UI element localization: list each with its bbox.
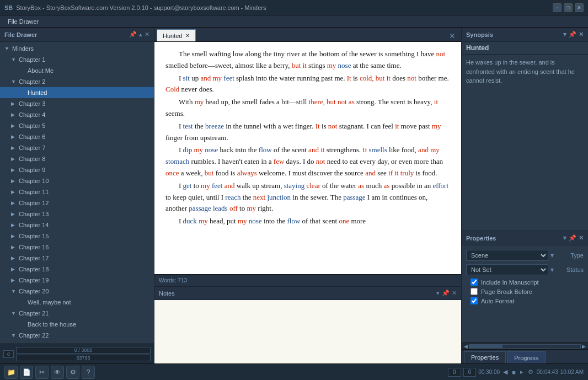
- editor-tab-label: Hunted: [163, 33, 182, 39]
- scrollbar-left-arrow[interactable]: ◀: [463, 344, 469, 349]
- tree-label-ch11: Chapter 11: [19, 189, 49, 195]
- tab-progress[interactable]: Progress: [507, 351, 546, 363]
- include-manuscript-checkbox[interactable]: [471, 279, 478, 286]
- file-drawer-close-icon[interactable]: ✕: [145, 31, 149, 38]
- properties-content: Scene ▾ Type Not Set ▾ Status Include In…: [462, 245, 588, 342]
- open-folder-button[interactable]: 📁: [4, 366, 18, 379]
- tree-label-back-to-house: Back to the house: [28, 321, 76, 328]
- tree-item-ch4[interactable]: ▶Chapter 4: [0, 109, 154, 120]
- synopsis-chevron-icon[interactable]: ▾: [563, 31, 566, 38]
- tree-item-ch5[interactable]: ▶Chapter 5: [0, 120, 154, 131]
- maximize-button[interactable]: □: [564, 3, 573, 12]
- scrollbar-right-arrow[interactable]: ▶: [581, 344, 587, 349]
- tree-item-back-to-house[interactable]: Back to the house: [0, 319, 154, 330]
- synopsis-header-title: Synopsis: [466, 31, 493, 38]
- tree-item-ch18[interactable]: ▶Chapter 18: [0, 264, 154, 275]
- tree-label-ch10: Chapter 10: [19, 178, 49, 184]
- notes-close-icon[interactable]: ✕: [452, 290, 457, 297]
- tree-label-ch19: Chapter 19: [19, 277, 49, 283]
- menubar: File Drawer: [0, 15, 588, 28]
- close-button[interactable]: ✕: [575, 3, 584, 12]
- tree-item-ch22[interactable]: ▼Chapter 22: [0, 330, 154, 341]
- editor-tab-hunted[interactable]: Hunted ✕: [157, 29, 196, 41]
- file-drawer: File Drawer 📌 ▴ ✕ ▼Minders▼Chapter 1Abou…: [0, 28, 154, 363]
- menu-file-drawer[interactable]: File Drawer: [3, 17, 43, 26]
- tree-arrow-ch7: ▶: [11, 145, 18, 151]
- help-button[interactable]: ?: [82, 366, 95, 379]
- tree-item-ch3[interactable]: ▶Chapter 3: [0, 98, 154, 109]
- tree-arrow-ch3: ▶: [11, 101, 18, 106]
- editor-content[interactable]: The smell wafting low along the tiny riv…: [154, 42, 461, 274]
- eye-button[interactable]: 👁: [51, 366, 64, 379]
- file-drawer-up-icon[interactable]: ▴: [139, 31, 142, 38]
- properties-pin-icon[interactable]: 📌: [569, 234, 576, 242]
- editor-panel-close-button[interactable]: ✕: [446, 31, 459, 40]
- tree-item-ch8[interactable]: ▶Chapter 8: [0, 153, 154, 164]
- horizontal-scrollbar[interactable]: [469, 344, 581, 349]
- page-break-checkbox[interactable]: [471, 288, 478, 295]
- tree-item-ch17[interactable]: ▶Chapter 17: [0, 253, 154, 264]
- synopsis-pin-icon[interactable]: 📌: [569, 31, 576, 38]
- tree-item-ch15[interactable]: ▶Chapter 15: [0, 231, 154, 242]
- tree-item-ch21[interactable]: ▼Chapter 21: [0, 308, 154, 319]
- tree-item-ch6[interactable]: ▶Chapter 6: [0, 131, 154, 142]
- minimize-button[interactable]: −: [553, 3, 562, 12]
- tree-label-ch21: Chapter 21: [19, 310, 49, 317]
- tree-item-ch9[interactable]: ▶Chapter 9: [0, 164, 154, 175]
- editor-tab-close-icon[interactable]: ✕: [185, 33, 190, 39]
- tree-item-about-me[interactable]: About Me: [0, 65, 154, 76]
- transport-settings-icon[interactable]: ⚙: [527, 368, 534, 376]
- tree-item-ch12[interactable]: ▶Chapter 12: [0, 197, 154, 208]
- right-panel: Synopsis ▾ 📌 ✕ Hunted He wakes up in the…: [461, 28, 588, 363]
- editor-paragraph: I sit up and my feet splash into the wat…: [165, 73, 450, 96]
- tree-item-ch1[interactable]: ▼Chapter 1: [0, 54, 154, 65]
- tree-item-hunted[interactable]: Hunted: [0, 87, 154, 98]
- help-icon: ?: [87, 368, 90, 376]
- tree-item-ch13[interactable]: ▶Chapter 13: [0, 208, 154, 220]
- tree-label-minders: Minders: [12, 45, 34, 52]
- tree-label-ch2: Chapter 2: [19, 78, 45, 85]
- auto-format-checkbox[interactable]: [471, 297, 478, 304]
- properties-close-icon[interactable]: ✕: [579, 234, 584, 242]
- properties-chevron-icon[interactable]: ▾: [563, 234, 566, 242]
- tree-arrow-ch17: ▶: [11, 255, 18, 261]
- file-drawer-pin-icon[interactable]: 📌: [129, 31, 137, 38]
- editor-paragraph: I test the breeze in the tunnel with a w…: [165, 121, 450, 144]
- synopsis-panel: Synopsis ▾ 📌 ✕ Hunted He wakes up in the…: [462, 28, 588, 231]
- page-break-row: Page Break Before: [466, 288, 584, 295]
- tree-item-well-maybe[interactable]: Well, maybe not: [0, 297, 154, 308]
- notes-pin-icon[interactable]: 📌: [442, 290, 450, 297]
- time-elapsed: 00:30:00: [478, 369, 500, 375]
- new-doc-button[interactable]: 📄: [20, 366, 33, 379]
- synopsis-text[interactable]: He wakes up in the sewer, and is confron…: [462, 55, 588, 231]
- tree-item-ch7[interactable]: ▶Chapter 7: [0, 142, 154, 153]
- tree-arrow-ch10: ▶: [11, 178, 18, 184]
- tree-item-minders[interactable]: ▼Minders: [0, 43, 154, 54]
- transport-prev-button[interactable]: ◀: [502, 368, 509, 376]
- tree-item-ch20[interactable]: ▼Chapter 20: [0, 286, 154, 297]
- tree-label-ch6: Chapter 6: [19, 133, 45, 140]
- tree-item-ch10[interactable]: ▶Chapter 10: [0, 175, 154, 186]
- tree-item-ch16[interactable]: ▶Chapter 16: [0, 242, 154, 253]
- open-folder-icon: 📁: [7, 368, 15, 376]
- tree-item-ch11[interactable]: ▶Chapter 11: [0, 186, 154, 197]
- notes-chevron-icon[interactable]: ▾: [436, 290, 440, 297]
- tab-progress-label: Progress: [514, 355, 538, 361]
- scissors-button[interactable]: ✂: [35, 366, 49, 379]
- tree-item-ch19[interactable]: ▶Chapter 19: [0, 275, 154, 286]
- scissors-icon: ✂: [39, 368, 45, 376]
- settings-button[interactable]: ⚙: [66, 366, 79, 379]
- tree-item-ch14[interactable]: ▶Chapter 14: [0, 220, 154, 231]
- notes-content[interactable]: [154, 300, 461, 363]
- fd-progress-box: 0: [3, 350, 14, 358]
- tree-item-ch2[interactable]: ▼Chapter 2: [0, 76, 154, 87]
- tree-arrow-ch5: ▶: [11, 123, 18, 129]
- synopsis-close-icon[interactable]: ✕: [579, 31, 584, 38]
- center-area: Hunted ✕ ✕ The smell wafting low along t…: [154, 28, 461, 363]
- tab-properties[interactable]: Properties: [464, 351, 506, 363]
- transport-stop-button[interactable]: ■: [511, 369, 517, 376]
- status-select[interactable]: Not Set: [466, 264, 548, 275]
- status-row: Not Set ▾ Status: [466, 264, 584, 275]
- type-arrow-icon: ▾: [550, 251, 554, 259]
- type-select[interactable]: Scene: [466, 250, 548, 261]
